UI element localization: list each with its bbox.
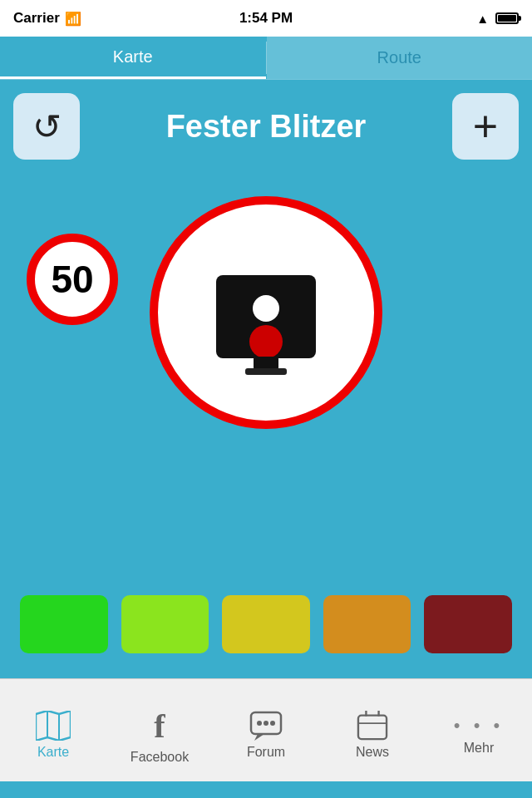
speed-sign: 50 xyxy=(27,234,118,325)
color-bar-orange[interactable] xyxy=(323,595,411,653)
svg-rect-13 xyxy=(358,716,387,739)
add-button[interactable]: + xyxy=(452,93,519,160)
bottom-nav: Karte f Facebook Forum News • • • Mehr xyxy=(0,678,532,781)
color-bar-yellow-green[interactable] xyxy=(121,595,209,653)
news-icon xyxy=(356,711,389,741)
top-tabs: Karte Route xyxy=(0,37,532,80)
location-icon: ▲ xyxy=(476,12,489,26)
camera-circle xyxy=(150,196,382,429)
status-left: Carrier 📶 xyxy=(13,10,81,27)
color-bar-green[interactable] xyxy=(20,595,108,653)
svg-rect-4 xyxy=(245,368,287,375)
wifi-icon: 📶 xyxy=(65,11,81,27)
svg-point-1 xyxy=(253,295,279,322)
nav-facebook-label: Facebook xyxy=(131,750,189,765)
tab-karte[interactable]: Karte xyxy=(0,37,266,79)
carrier-label: Carrier xyxy=(13,10,60,27)
battery-icon xyxy=(495,12,519,24)
svg-point-11 xyxy=(270,721,275,726)
status-bar: Carrier 📶 1:54 PM ▲ xyxy=(0,0,532,37)
nav-mehr[interactable]: • • • Mehr xyxy=(426,679,532,781)
forum-icon xyxy=(249,711,283,741)
tab-route[interactable]: Route xyxy=(267,37,533,79)
main-content: ↺ Fester Blitzer + 50 xyxy=(0,80,532,678)
speed-value: 50 xyxy=(51,257,93,302)
speed-camera-icon xyxy=(187,234,345,392)
color-bars xyxy=(0,595,532,653)
nav-karte-label: Karte xyxy=(37,745,69,760)
map-icon xyxy=(36,711,71,741)
nav-karte[interactable]: Karte xyxy=(0,679,106,781)
more-icon: • • • xyxy=(454,715,504,736)
undo-button[interactable]: ↺ xyxy=(13,93,80,160)
facebook-icon: f xyxy=(154,707,165,746)
header-row: ↺ Fester Blitzer + xyxy=(0,80,532,168)
status-time: 1:54 PM xyxy=(239,10,293,27)
svg-point-9 xyxy=(257,721,262,726)
nav-forum[interactable]: Forum xyxy=(213,679,319,781)
add-icon: + xyxy=(473,101,498,151)
status-right: ▲ xyxy=(476,12,519,26)
color-bar-dark-red[interactable] xyxy=(424,595,512,653)
nav-news-label: News xyxy=(356,745,389,760)
svg-point-10 xyxy=(264,721,268,726)
svg-marker-5 xyxy=(36,711,71,741)
svg-rect-3 xyxy=(254,357,278,370)
nav-forum-label: Forum xyxy=(247,745,285,760)
undo-icon: ↺ xyxy=(32,106,62,147)
nav-mehr-label: Mehr xyxy=(464,741,494,756)
nav-news[interactable]: News xyxy=(319,679,426,781)
svg-point-2 xyxy=(249,325,283,358)
color-bar-yellow[interactable] xyxy=(222,595,310,653)
nav-facebook[interactable]: f Facebook xyxy=(106,679,213,781)
page-title: Fester Blitzer xyxy=(80,109,452,145)
